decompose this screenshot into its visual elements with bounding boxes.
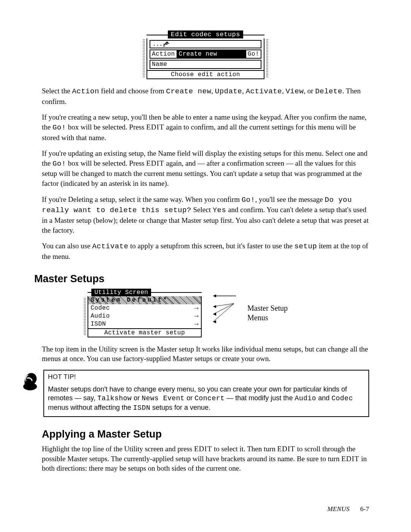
- lcd2-footer: Activate master setup: [88, 328, 201, 337]
- action-value: Create new: [177, 50, 245, 58]
- lcd1-name-row: Name: [150, 60, 261, 69]
- lcd1-footer: Choose edit action: [147, 70, 264, 78]
- up-arrow-icon: [164, 42, 170, 47]
- lcd2-row: Audio→: [88, 312, 201, 320]
- arrow-right-icon: →: [194, 305, 199, 312]
- heading-master-setups: Master Setups: [34, 273, 369, 285]
- para-5: You can also use Activate to apply a set…: [42, 241, 369, 261]
- lcd2-row: Codec→: [88, 304, 201, 312]
- para-4: If you're Deleting a setup, select it th…: [42, 195, 369, 235]
- svg-marker-6: [213, 313, 216, 316]
- page-footer: MENUS6-7: [327, 505, 369, 513]
- hot-tip-box: HOT TIP! Master setups don't have to cha…: [43, 370, 369, 417]
- lcd-edit-codec-setups: Edit codec setups ... Action Create new …: [147, 30, 264, 79]
- lcd1-title: Edit codec setups: [168, 30, 243, 38]
- para-3: If you're updating an existing setup, th…: [42, 149, 369, 189]
- page: Edit codec setups ... Action Create new …: [0, 0, 411, 532]
- lcd1-up-row: ...: [150, 40, 261, 48]
- lcd-utility-screen: Utility Screen System Default* Codec→ Au…: [88, 289, 202, 337]
- action-label: Action: [150, 50, 177, 58]
- para-7: Highlight the top line of the Utility sc…: [42, 444, 369, 473]
- lcd2-row: ISDN→: [88, 320, 201, 328]
- hot-tip: HOT TIP! Master setups don't have to cha…: [21, 370, 369, 417]
- para-2: If you're creating a new setup, you'll t…: [42, 112, 369, 142]
- svg-marker-1: [213, 294, 216, 297]
- svg-marker-7: [213, 320, 216, 323]
- arrow-right-icon: →: [194, 313, 199, 320]
- arrow-right-icon: →: [194, 321, 199, 328]
- svg-marker-5: [213, 305, 216, 308]
- hot-tip-icon: [21, 370, 39, 391]
- lcd-utility-wrap: Utility Screen System Default* Codec→ Au…: [88, 289, 369, 337]
- annotation-pointers: [213, 291, 236, 335]
- lcd2-row-highlight: System Default*: [88, 296, 201, 304]
- para-1: Select the Action field and choose from …: [42, 86, 369, 106]
- heading-applying: Applying a Master Setup: [42, 428, 369, 440]
- go-button: Go!: [245, 50, 261, 58]
- footer-page: 6-7: [360, 505, 369, 513]
- name-label: Name: [150, 61, 261, 68]
- footer-section: MENUS: [327, 505, 349, 513]
- lcd1-action-row: Action Create new Go!: [150, 50, 261, 59]
- hot-tip-label: HOT TIP!: [48, 373, 365, 381]
- lcd2-title: Utility Screen: [91, 289, 151, 296]
- para-6: The top item in the Utility screen is th…: [42, 344, 369, 364]
- annotation-text: Master Setup Menus: [247, 304, 288, 323]
- hot-tip-body: Master setups don't have to change every…: [48, 385, 365, 412]
